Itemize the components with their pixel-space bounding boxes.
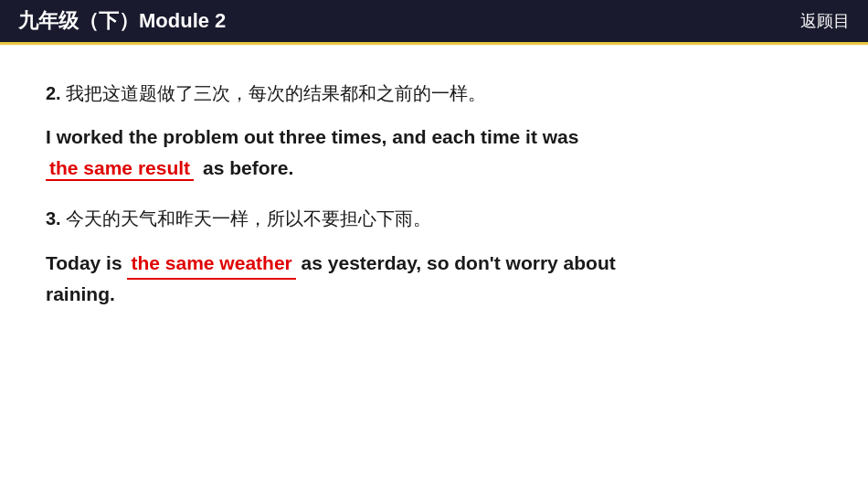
q2-english-line2: the same result as before. (46, 157, 822, 181)
q2-english-line1: I worked the problem out three times, an… (46, 122, 822, 152)
q2-answer-blank[interactable]: the same result (46, 157, 194, 181)
q3-chinese: 3. 今天的天气和昨天一样，所以不要担心下雨。 (46, 207, 822, 231)
q3-english: Today is the same weather as yesterday, … (46, 248, 822, 281)
page-container: 九年级（下）Module 2 返顾目 2. 我把这道题做了三次，每次的结果都和之… (0, 0, 868, 489)
nav-back[interactable]: 返顾目 (800, 10, 850, 32)
main-content: 2. 我把这道题做了三次，每次的结果都和之前的一样。 I worked the … (0, 45, 868, 489)
q2-chinese: 2. 我把这道题做了三次，每次的结果都和之前的一样。 (46, 81, 822, 106)
header-title: 九年级（下）Module 2 (18, 7, 226, 35)
q3-answer-blank[interactable]: the same weather (127, 248, 295, 281)
q3-english-suffix: as yesterday, so don't worry about (302, 252, 616, 273)
q3-english-prefix: Today is (46, 252, 122, 273)
q3-raining: raining. (46, 283, 822, 305)
q3-chinese-text: 今天的天气和昨天一样，所以不要担心下雨。 (66, 208, 431, 229)
q3-number: 3. (46, 208, 61, 229)
header: 九年级（下）Module 2 返顾目 (0, 0, 868, 45)
q2-chinese-text: 我把这道题做了三次，每次的结果都和之前的一样。 (66, 83, 486, 103)
q2-english-after: as before. (203, 157, 293, 179)
q2-number: 2. (46, 83, 61, 103)
